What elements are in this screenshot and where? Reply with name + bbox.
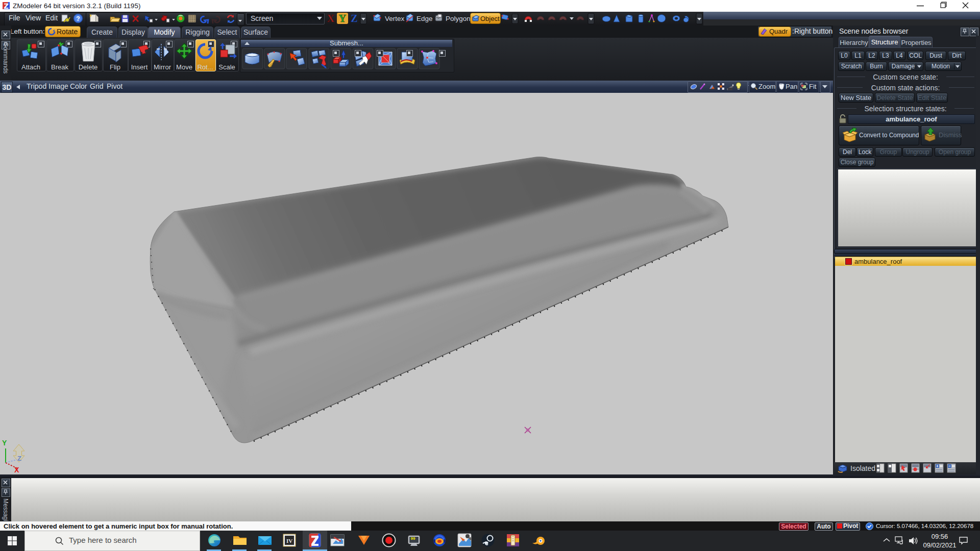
svg-text:Z: Z (17, 455, 21, 462)
svg-text:Polygon: Polygon (446, 15, 471, 22)
svg-text:X: X (327, 13, 335, 24)
svg-text:IV: IV (286, 538, 292, 544)
svg-text:99: 99 (411, 536, 415, 541)
svg-text:X: X (14, 466, 19, 474)
svg-text:Y: Y (2, 439, 7, 447)
svg-text:Y: Y (339, 13, 347, 24)
svg-text:Vertex: Vertex (385, 15, 405, 22)
svg-text:?: ? (76, 15, 80, 22)
svg-text:Edge: Edge (416, 15, 433, 22)
svg-text:Z: Z (351, 13, 357, 24)
